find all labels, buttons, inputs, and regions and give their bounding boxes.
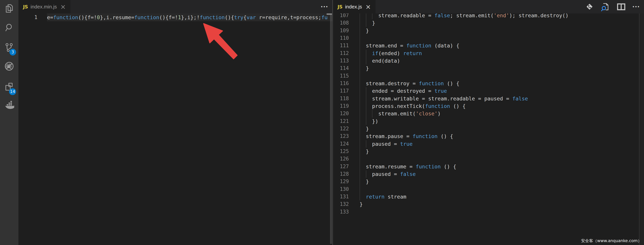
indent-guide [360, 19, 360, 27]
code-line-121[interactable]: 121 }) [333, 118, 644, 125]
indent-guide [366, 140, 366, 148]
indent-guide [366, 50, 366, 57]
indent-guide [360, 50, 360, 57]
line-content [360, 155, 644, 163]
code-line-128[interactable]: 128 paused = false [333, 170, 644, 178]
line-number: 133 [333, 208, 360, 216]
sidebar-item-extensions[interactable]: 14 [0, 79, 18, 96]
line-content: } [360, 125, 644, 132]
line-number: 123 [333, 132, 360, 140]
indent-guide [372, 14, 372, 19]
line-content: } [360, 178, 644, 185]
line-content: stream.destroy = function () { [360, 80, 644, 87]
code-line-108[interactable]: 108 } [333, 19, 644, 27]
indent-guide [366, 87, 366, 95]
indent-guide [360, 185, 360, 193]
close-icon[interactable]: × [60, 4, 66, 10]
code-line-119[interactable]: 119 process.nextTick(function () { [333, 102, 644, 110]
indent-guide [360, 72, 360, 80]
line-content: if(ended) return [360, 50, 644, 57]
code-line-126[interactable]: 126 [333, 155, 644, 163]
watermark: 安全客（www.anquanke.com） [581, 238, 642, 243]
indent-guide [366, 14, 366, 19]
code-line-113[interactable]: 113 end(data) [333, 57, 644, 65]
line-number: 131 [333, 193, 360, 200]
line-content [360, 72, 644, 80]
sidebar-item-search[interactable] [0, 19, 18, 37]
code-line-127[interactable]: 127 stream.resume = function () { [333, 163, 644, 170]
indent-guide [366, 19, 366, 27]
indent-guide [360, 118, 360, 125]
line-content: } [360, 200, 644, 208]
line-number: 113 [333, 57, 360, 65]
vertical-scrollbar-thumb[interactable] [330, 14, 332, 244]
code-line-123[interactable]: 123 stream.pause = function () { [333, 132, 644, 140]
indent-guide [360, 193, 360, 200]
editor-content-left[interactable]: 1e=function(){f=!0},i.resume=function(){… [18, 14, 332, 245]
indent-guide [360, 102, 360, 110]
code-line-109[interactable]: 109 } [333, 27, 644, 34]
code-line-122[interactable]: 122 } [333, 125, 644, 132]
line-content: }) [360, 118, 644, 125]
sidebar-item-debug[interactable] [0, 58, 18, 75]
line-content: ended = destroyed = true [360, 87, 644, 95]
code-line-130[interactable]: 130 [333, 185, 644, 193]
code-line-1[interactable]: 1e=function(){f=!0},i.resume=function(){… [18, 14, 332, 21]
code-line-133[interactable]: 133 [333, 208, 644, 216]
sidebar-item-source-control[interactable]: 3 [0, 39, 18, 56]
line-number: 109 [333, 27, 360, 34]
code-line-129[interactable]: 129 } [333, 178, 644, 185]
tab-index-js[interactable]: JS index.js × [333, 0, 376, 14]
line-content: } [360, 19, 644, 27]
scrollbar-track[interactable] [640, 14, 644, 245]
sidebar-item-explorer[interactable] [0, 0, 18, 18]
indent-guide [360, 132, 360, 140]
line-number: 117 [333, 87, 360, 95]
indent-guide [366, 170, 366, 178]
line-number: 112 [333, 50, 360, 57]
code-line-107[interactable]: 107 stream.readable = false; stream.emit… [333, 14, 644, 19]
sidebar-item-docker[interactable] [0, 97, 18, 114]
tab-bar-right: JS index.js × [333, 0, 644, 14]
tab-index-min-js[interactable]: JS index.min.js × [18, 0, 70, 14]
line-number: 126 [333, 155, 360, 163]
tab-label: index.js [345, 4, 362, 10]
code-line-131[interactable]: 131 return stream [333, 193, 644, 200]
line-content: paused = false [360, 170, 644, 178]
indent-guide [360, 80, 360, 87]
close-icon[interactable]: × [365, 4, 371, 10]
line-content: stream.end = function (data) { [360, 42, 644, 49]
git-compare-icon[interactable] [585, 2, 594, 12]
more-actions-icon[interactable]: ••• [632, 4, 641, 10]
line-content: e=function(){f=!0},i.resume=function(){f… [47, 14, 332, 21]
line-content: } [360, 65, 644, 72]
docker-icon [4, 100, 14, 111]
editor-group-left: JS index.min.js × ••• 1e=function(){f=!0… [18, 0, 332, 245]
code-line-111[interactable]: 111 stream.end = function (data) { [333, 42, 644, 49]
code-line-116[interactable]: 116 stream.destroy = function () { [333, 80, 644, 87]
code-line-120[interactable]: 120 stream.emit('close') [333, 110, 644, 117]
code-line-117[interactable]: 117 ended = destroyed = true [333, 87, 644, 95]
indent-guide [360, 65, 360, 72]
code-line-112[interactable]: 112 if(ended) return [333, 50, 644, 57]
code-line-125[interactable]: 125 } [333, 148, 644, 155]
code-line-132[interactable]: 132} [333, 200, 644, 208]
line-number: 107 [333, 14, 360, 19]
line-number: 132 [333, 200, 360, 208]
split-editor-icon[interactable] [616, 2, 626, 12]
more-actions-icon[interactable]: ••• [320, 4, 329, 10]
activity-bar: 3 14 [0, 0, 18, 245]
code-line-114[interactable]: 114 } [333, 65, 644, 72]
file-search-icon[interactable] [600, 2, 610, 12]
line-number: 129 [333, 178, 360, 185]
debug-icon [4, 61, 14, 72]
code-line-110[interactable]: 110 [333, 34, 644, 42]
code-line-115[interactable]: 115 [333, 72, 644, 80]
line-content: stream.readable = false; stream.emit('en… [360, 14, 644, 19]
editor-content-right[interactable]: 107 stream.readable = false; stream.emit… [333, 14, 644, 245]
indent-guide [366, 57, 366, 65]
indent-guide [372, 110, 372, 117]
code-line-124[interactable]: 124 paused = true [333, 140, 644, 148]
indent-guide [360, 110, 360, 117]
code-line-118[interactable]: 118 stream.writable = stream.readable = … [333, 95, 644, 102]
